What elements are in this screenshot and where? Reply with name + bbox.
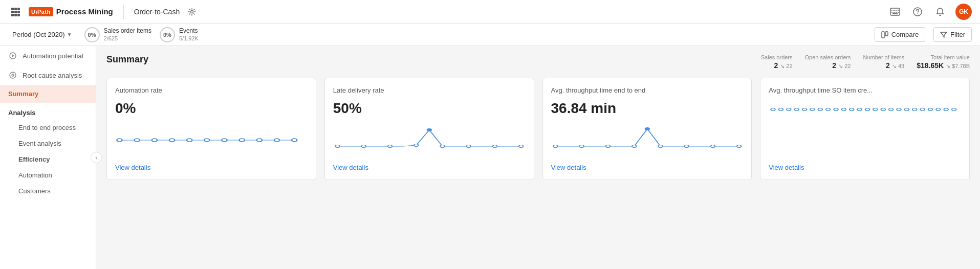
svg-point-49 (579, 145, 584, 148)
sidebar-item-efficiency[interactable]: Efficiency (0, 151, 96, 167)
card-late-delivery-value: 50% (333, 100, 526, 117)
keyboard-icon[interactable] (888, 5, 902, 19)
cards-grid: Automation rate 0% (106, 78, 970, 180)
svg-point-62 (810, 108, 815, 111)
total-value-label: Total item value (931, 54, 970, 60)
svg-point-79 (944, 108, 949, 111)
svg-rect-17 (896, 12, 897, 13)
svg-point-70 (873, 108, 878, 111)
svg-point-36 (257, 139, 262, 142)
summary-header: Summary Sales orders 2 ↘ 22 Open sales o… (106, 54, 970, 70)
user-avatar[interactable]: GK (955, 4, 972, 20)
svg-point-31 (169, 139, 175, 142)
card-automation-rate-link[interactable]: View details (115, 164, 308, 171)
sidebar-item-summary[interactable]: Summary (0, 85, 96, 103)
svg-point-28 (117, 139, 122, 142)
svg-rect-5 (17, 11, 20, 13)
sidebar-item-customers[interactable]: Customers (0, 183, 96, 199)
top-nav: UiPath Process Mining Order-to-Cash (0, 0, 980, 24)
sidebar-item-summary-label: Summary (8, 90, 38, 98)
num-items-change: ↘ 43 (892, 63, 904, 70)
sidebar-item-automation-potential[interactable]: Automation potential (0, 46, 96, 65)
svg-rect-19 (892, 13, 898, 14)
period-selector[interactable]: Period (Oct 2020) ▼ (8, 29, 76, 40)
total-value-change: ↘ $7.78B (946, 63, 970, 70)
sidebar-automation-label: Automation (18, 171, 52, 179)
events-stat: 0% Events 5/1.92K (160, 27, 199, 42)
svg-point-69 (865, 108, 870, 111)
svg-point-72 (889, 108, 894, 111)
sidebar-collapse-button[interactable]: ‹ (91, 152, 102, 163)
svg-point-55 (710, 145, 715, 148)
nav-divider (123, 5, 124, 19)
open-orders-value: 2 (832, 61, 836, 70)
card-throughput-so-chart (769, 104, 961, 135)
sales-order-value: 2/625 (104, 35, 151, 42)
svg-point-61 (802, 108, 807, 111)
compare-button[interactable]: Compare (875, 27, 925, 42)
events-value: 5/1.92K (179, 35, 199, 42)
brand-name: Process Mining (56, 7, 113, 16)
grid-menu-icon[interactable] (8, 5, 23, 19)
card-late-delivery: Late delivery rate 50% (324, 78, 534, 180)
settings-icon[interactable] (188, 8, 196, 16)
events-label: Events (179, 27, 199, 35)
svg-point-65 (834, 108, 838, 111)
card-throughput-so-title: Avg. throughput time SO item cre... (769, 86, 961, 94)
period-label: Period (Oct 2020) (12, 31, 65, 38)
svg-point-63 (818, 108, 823, 111)
brand-logo: UiPath Process Mining (29, 7, 113, 16)
svg-point-34 (222, 139, 227, 142)
svg-point-37 (274, 139, 279, 142)
filter-icon (940, 31, 947, 38)
card-automation-rate-chart (115, 121, 308, 160)
card-automation-rate-title: Automation rate (115, 86, 308, 94)
card-throughput-so-link[interactable]: View details (769, 164, 961, 171)
card-late-delivery-title: Late delivery rate (333, 86, 526, 94)
svg-rect-13 (896, 10, 897, 11)
sidebar-item-automation[interactable]: Automation (0, 167, 96, 183)
svg-point-59 (787, 108, 791, 111)
svg-point-30 (152, 139, 157, 142)
notification-icon[interactable] (933, 5, 947, 19)
svg-rect-12 (894, 10, 895, 11)
svg-point-45 (466, 145, 471, 148)
card-automation-rate-value: 0% (115, 100, 308, 117)
num-items-label: Number of items (863, 54, 904, 60)
card-late-delivery-chart (333, 121, 526, 160)
project-name: Order-to-Cash (134, 8, 180, 16)
svg-point-68 (858, 108, 862, 111)
svg-point-40 (361, 145, 366, 148)
automation-potential-icon (8, 51, 17, 60)
sales-order-stat: 0% Sales order items 2/625 (84, 27, 151, 42)
svg-point-67 (850, 108, 854, 111)
svg-rect-23 (885, 32, 888, 36)
filter-button[interactable]: Filter (933, 27, 972, 42)
sidebar-end-to-end-label: End to end process (18, 124, 76, 131)
help-icon[interactable] (910, 5, 925, 19)
svg-rect-2 (17, 8, 20, 10)
card-throughput-end-link[interactable]: View details (551, 164, 744, 171)
page-title: Summary (106, 54, 148, 65)
sidebar-item-root-cause[interactable]: Root cause analysis (0, 65, 96, 85)
svg-point-56 (736, 145, 741, 148)
card-late-delivery-link[interactable]: View details (333, 164, 526, 171)
svg-point-27 (13, 75, 13, 76)
svg-point-57 (771, 108, 776, 111)
svg-rect-11 (891, 10, 892, 11)
events-badge: 0% (160, 27, 175, 42)
svg-point-58 (779, 108, 783, 111)
svg-point-32 (187, 139, 192, 142)
svg-point-52 (645, 128, 649, 130)
sidebar-item-event-analysis[interactable]: Event analysis (0, 136, 96, 151)
svg-point-60 (795, 108, 799, 111)
sales-orders-label: Sales orders (761, 54, 793, 60)
sidebar-item-end-to-end[interactable]: End to end process (0, 120, 96, 136)
summary-stat-sales-orders: Sales orders 2 ↘ 22 (761, 54, 793, 70)
chevron-down-icon: ▼ (67, 32, 72, 37)
sales-orders-change: ↘ 22 (780, 63, 792, 70)
svg-point-41 (387, 145, 392, 148)
svg-point-77 (928, 108, 933, 111)
sales-order-badge: 0% (84, 27, 100, 42)
svg-point-75 (912, 108, 917, 111)
